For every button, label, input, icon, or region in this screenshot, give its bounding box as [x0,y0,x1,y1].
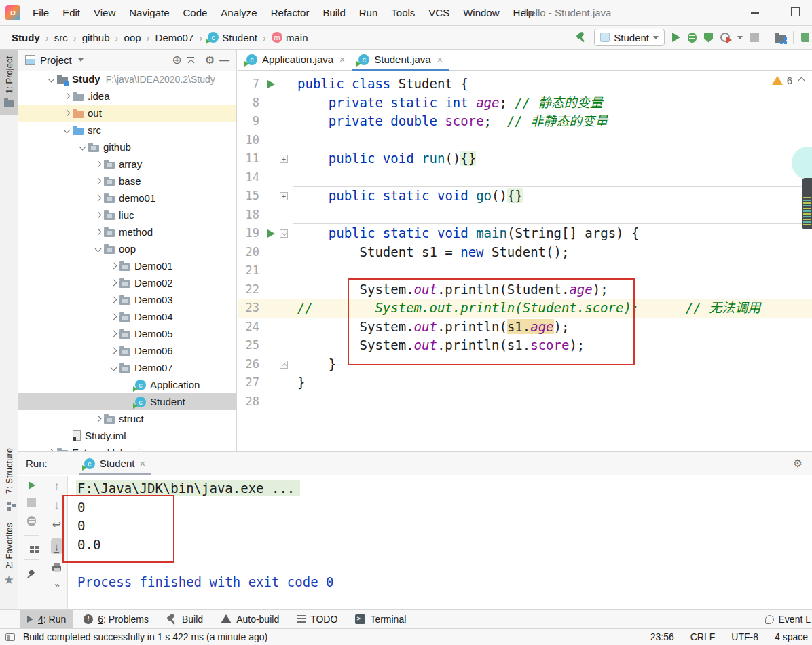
chevron-right-icon[interactable] [95,178,102,185]
chevron-right-icon[interactable] [111,314,117,320]
chevron-right-icon[interactable] [111,263,117,270]
chevron-right-icon[interactable] [111,331,117,337]
code-line-26[interactable]: 26 } [238,355,812,374]
tool-window-button-auto-build[interactable]: Auto-build [214,610,286,629]
code-line-14[interactable]: 14 [238,168,812,187]
tool-button-project[interactable]: 1: Project [0,50,18,115]
tree-item-external-libraries[interactable]: External Libraries [18,444,236,452]
profiler-chevron-icon[interactable] [737,36,743,39]
maximize-icon[interactable] [791,7,800,16]
chevron-right-icon[interactable] [64,110,71,117]
code-line-24[interactable]: 24 System.out.println(s1.age); [238,318,812,337]
minimize-icon[interactable] [751,12,759,14]
tool-button-favorites[interactable]: 2: Favorites ★ [3,523,14,586]
breadcrumb-src[interactable]: src [52,31,70,45]
run-line-icon[interactable] [267,80,275,88]
tree-item-demo05[interactable]: Demo05 [18,325,236,342]
chevron-right-icon[interactable] [95,416,102,422]
code-line-10[interactable]: 10 [238,131,812,150]
chevron-right-icon[interactable] [95,161,102,168]
tree-item-application[interactable]: Application [18,376,236,393]
run-button[interactable] [672,33,680,42]
fold-end-icon[interactable] [280,361,288,369]
tree-item-github[interactable]: github [18,139,236,155]
menu-vcs[interactable]: VCS [422,0,456,25]
tree-item-struct[interactable]: struct [18,410,236,427]
project-structure-icon[interactable] [775,35,786,43]
chevron-up-icon[interactable] [798,77,805,84]
menu-edit[interactable]: Edit [56,0,87,25]
menu-run[interactable]: Run [352,0,385,25]
run-line-icon[interactable] [267,229,275,238]
tool-window-button-event-log[interactable]: Event L [765,610,812,629]
tree-item-method[interactable]: method [18,223,236,240]
code-line-23[interactable]: 23// System.out.println(Student.score); … [238,299,812,318]
tree-item-base[interactable]: base [18,172,236,189]
menu-file[interactable]: File [26,0,56,25]
close-icon[interactable]: × [339,54,345,65]
status-widget-utf-8[interactable]: UTF-8 [731,631,758,642]
more-options-icon[interactable]: » [54,580,58,590]
chevron-down-icon[interactable] [95,246,102,253]
chevron-right-icon[interactable] [111,280,117,287]
chevron-right-icon[interactable] [95,229,102,236]
tree-item-student[interactable]: Student [18,393,236,410]
close-icon[interactable]: × [139,458,145,469]
menu-build[interactable]: Build [316,0,352,25]
run-settings-gear-icon[interactable]: ⚙ [793,458,802,469]
tree-item-demo02[interactable]: Demo02 [18,274,236,291]
menu-window[interactable]: Window [456,0,506,25]
tree-item-demo01[interactable]: demo01 [18,189,236,206]
status-widget-crlf[interactable]: CRLF [690,631,716,642]
tree-item-demo07[interactable]: Demo07 [18,359,236,376]
chevron-right-icon[interactable] [95,212,102,219]
editor-body[interactable]: 7public class Student {8 private static … [238,71,812,452]
collapse-all-icon[interactable] [187,56,195,64]
pin-tab-icon[interactable] [27,569,37,578]
console-command[interactable]: F:\Java\JDK\bin\java.exe ... [76,480,300,496]
chevron-down-icon[interactable] [79,144,86,151]
chevron-right-icon[interactable] [95,195,102,202]
fold-expand-icon[interactable]: + [280,155,288,163]
project-view-chevron-icon[interactable] [78,58,84,62]
scroll-to-end-button[interactable]: ↓ [51,538,63,554]
close-icon[interactable]: × [437,54,443,65]
layout-icon[interactable] [30,546,34,549]
down-arrow-icon[interactable]: ↓ [54,500,60,511]
code-line-15[interactable]: 15+ public static void go(){} [238,187,812,206]
up-arrow-icon[interactable]: ↑ [54,481,60,492]
tool-window-button-6-problems[interactable]: 6: Problems [77,610,155,629]
coverage-button[interactable] [704,33,713,43]
fold-open-icon[interactable] [280,229,288,238]
tree-item-study-iml[interactable]: Study.iml [18,427,236,444]
tab-student-java[interactable]: Student.java× [352,49,449,70]
stop-process-button[interactable] [27,498,36,507]
tool-button-structure[interactable]: 7: Structure [4,448,14,505]
menu-code[interactable]: Code [176,0,214,25]
code-line-20[interactable]: 20 Student s1 = new Student(); [238,243,812,262]
chevron-down-icon[interactable] [48,76,55,83]
hide-panel-icon[interactable]: — [219,54,229,66]
tree-item-liuc[interactable]: liuc [18,206,236,223]
breadcrumb-student[interactable]: Student [206,31,259,45]
chevron-right-icon[interactable] [111,297,117,303]
code-line-7[interactable]: 7public class Student { [238,75,812,94]
gear-icon[interactable]: ⚙ [205,55,215,66]
code-line-19[interactable]: 19 public static void main(String[] args… [238,224,812,243]
status-widget-23-56[interactable]: 23:56 [650,631,674,642]
breadcrumb-oop[interactable]: oop [122,31,143,45]
soft-wrap-icon[interactable]: ↩ [52,519,61,530]
tool-window-button-terminal[interactable]: Terminal [348,610,413,629]
stop-button[interactable] [750,33,759,42]
tab-application-java[interactable]: Application.java× [240,49,352,70]
rerun-button[interactable] [29,481,35,490]
menu-refactor[interactable]: Refactor [264,0,316,25]
tree-item-demo03[interactable]: Demo03 [18,291,236,308]
menu-analyze[interactable]: Analyze [214,0,263,25]
tree-item-study[interactable]: StudyF:\java\IDEA2020.2\Study [18,71,236,88]
status-widget-4-space[interactable]: 4 space [775,631,808,642]
code-line-27[interactable]: 27} [238,373,812,392]
debug-button[interactable] [688,33,697,43]
chevron-right-icon[interactable] [64,93,71,100]
menu-view[interactable]: View [87,0,122,25]
